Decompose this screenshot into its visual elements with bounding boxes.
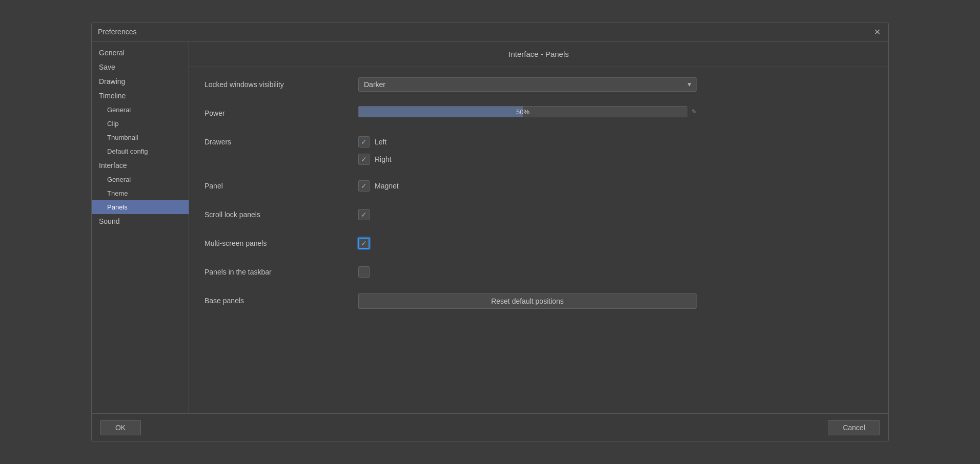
power-label: Power — [205, 106, 358, 117]
locked-windows-dropdown-wrapper: Darker Normal Hidden ▼ — [358, 77, 697, 92]
reset-default-positions-button[interactable]: Reset default positions — [358, 293, 697, 309]
multi-screen-row: Multi-screen panels — [205, 236, 873, 252]
panels-taskbar-checkbox[interactable] — [358, 266, 370, 278]
multi-screen-checkbox[interactable] — [358, 238, 370, 249]
sidebar-item-interface-general[interactable]: General — [92, 173, 189, 186]
sidebar-item-timeline-general[interactable]: General — [92, 103, 189, 117]
panels-taskbar-checkbox-row — [358, 265, 873, 279]
sidebar-item-drawing[interactable]: Drawing — [92, 74, 189, 89]
dialog-title: Preferences — [98, 28, 136, 36]
content-header: Interface - Panels — [189, 41, 888, 67]
scroll-lock-checkbox[interactable] — [358, 209, 370, 220]
scroll-lock-label: Scroll lock panels — [205, 207, 358, 219]
drawers-row: Drawers Left Right — [205, 135, 873, 166]
scroll-lock-checkbox-row — [358, 207, 873, 222]
drawers-left-label: Left — [375, 138, 386, 146]
sidebar-item-timeline[interactable]: Timeline — [92, 89, 189, 103]
panel-magnet-label: Magnet — [375, 182, 399, 190]
locked-windows-control: Darker Normal Hidden ▼ — [358, 77, 873, 92]
dialog-titlebar: Preferences ✕ — [92, 23, 888, 41]
base-panels-control: Reset default positions — [358, 293, 873, 309]
base-panels-label: Base panels — [205, 293, 358, 305]
dialog-footer: OK Cancel — [92, 413, 888, 441]
sidebar: GeneralSaveDrawingTimelineGeneralClipThu… — [92, 41, 189, 413]
power-control: 50% ✎ — [358, 106, 873, 117]
power-slider-wrapper: 50% ✎ — [358, 106, 697, 117]
power-edit-icon[interactable]: ✎ — [691, 108, 697, 115]
sidebar-item-save[interactable]: Save — [92, 60, 189, 74]
locked-windows-label: Locked windows visibility — [205, 77, 358, 89]
cancel-button[interactable]: Cancel — [828, 420, 880, 435]
scroll-lock-row: Scroll lock panels — [205, 207, 873, 224]
panel-label: Panel — [205, 179, 358, 190]
drawers-label: Drawers — [205, 135, 358, 146]
drawers-right-row: Right — [358, 152, 873, 166]
power-slider-fill — [359, 107, 523, 117]
drawers-right-checkbox[interactable] — [358, 154, 370, 165]
panel-magnet-checkbox[interactable] — [358, 180, 370, 192]
sidebar-item-sound[interactable]: Sound — [92, 214, 189, 228]
scroll-lock-control — [358, 207, 873, 222]
panels-taskbar-label: Panels in the taskbar — [205, 265, 358, 276]
sidebar-item-timeline-defaultconfig[interactable]: Default config — [92, 144, 189, 158]
sidebar-item-interface-theme[interactable]: Theme — [92, 186, 189, 200]
preferences-dialog: Preferences ✕ GeneralSaveDrawingTimeline… — [91, 22, 889, 442]
close-button[interactable]: ✕ — [872, 27, 882, 37]
sidebar-item-interface[interactable]: Interface — [92, 158, 189, 173]
drawers-left-checkbox[interactable] — [358, 136, 370, 147]
panel-control: Magnet — [358, 179, 873, 193]
content-area: Interface - Panels Locked windows visibi… — [189, 41, 888, 413]
multi-screen-label: Multi-screen panels — [205, 236, 358, 247]
drawers-control: Left Right — [358, 135, 873, 166]
panel-row: Panel Magnet — [205, 179, 873, 195]
sidebar-item-timeline-thumbnail[interactable]: Thumbnail — [92, 131, 189, 144]
sidebar-item-timeline-clip[interactable]: Clip — [92, 117, 189, 131]
multi-screen-control — [358, 236, 873, 250]
sidebar-item-interface-panels[interactable]: Panels — [92, 200, 189, 214]
base-panels-row: Base panels Reset default positions — [205, 293, 873, 310]
drawers-left-row: Left — [358, 135, 873, 149]
sidebar-item-general[interactable]: General — [92, 46, 189, 60]
power-slider[interactable]: 50% — [358, 106, 687, 117]
locked-windows-dropdown[interactable]: Darker Normal Hidden — [358, 77, 697, 92]
content-main: Locked windows visibility Darker Normal … — [189, 67, 888, 413]
multi-screen-checkbox-row — [358, 236, 873, 250]
locked-windows-row: Locked windows visibility Darker Normal … — [205, 77, 873, 94]
power-row: Power 50% ✎ — [205, 106, 873, 122]
dialog-body: GeneralSaveDrawingTimelineGeneralClipThu… — [92, 41, 888, 413]
ok-button[interactable]: OK — [100, 420, 141, 435]
panel-magnet-row: Magnet — [358, 179, 873, 193]
panels-taskbar-control — [358, 265, 873, 279]
drawers-right-label: Right — [375, 155, 392, 163]
panels-taskbar-row: Panels in the taskbar — [205, 265, 873, 281]
